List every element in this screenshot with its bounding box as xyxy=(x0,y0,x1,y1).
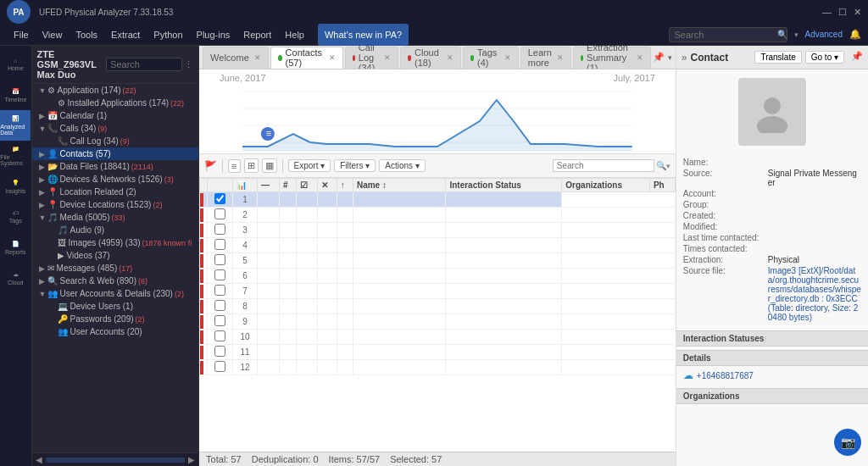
tree-toggle[interactable]: ▼ xyxy=(39,86,47,95)
sidebar-item-reports[interactable]: 📄 Reports xyxy=(0,232,31,263)
tree-item-calls(34)[interactable]: ▼ 📞 Calls (34) (9) xyxy=(32,122,199,135)
tree-toggle[interactable]: ▼ xyxy=(39,214,47,222)
tab-calllog[interactable]: Call Log (34)✕ xyxy=(345,47,398,69)
row-checkbox-2[interactable] xyxy=(208,208,233,223)
field-value-9[interactable]: Image3 [ExtX]/Root/data/org.thoughtcrime… xyxy=(768,266,861,322)
col-header-11[interactable]: Ph xyxy=(649,179,675,192)
row-checkbox-12[interactable] xyxy=(208,360,233,375)
col-header-9[interactable]: Interaction Status xyxy=(446,179,562,192)
view-icon-2[interactable]: ⊞ xyxy=(244,158,259,173)
tree-item-useraccounts&de[interactable]: ▼ 👥 User Accounts & Details (230) (2) xyxy=(32,287,199,300)
table-row[interactable]: 3 xyxy=(200,223,676,238)
menu-help[interactable]: Help xyxy=(278,24,311,46)
table-row[interactable]: 7 xyxy=(200,284,676,299)
tab-close-calllog[interactable]: ✕ xyxy=(384,53,391,62)
tree-toggle[interactable]: ▶ xyxy=(39,277,47,286)
tab-learnmore[interactable]: Learn more✕ xyxy=(520,47,571,69)
tree-toggle[interactable]: ▶ xyxy=(39,163,47,171)
maximize-btn[interactable]: ☐ xyxy=(838,7,847,18)
col-header-8[interactable]: Name ↕ xyxy=(353,179,446,192)
camera-fab-button[interactable]: 📷 xyxy=(834,429,861,456)
menu-view[interactable]: View xyxy=(36,24,70,46)
actions-button[interactable]: Actions ▾ xyxy=(379,159,426,172)
tree-item-search&web(890)[interactable]: ▶ 🔍 Search & Web (890) (6) xyxy=(32,275,199,287)
table-row[interactable]: 8 xyxy=(200,299,676,314)
tree-item-calllog(34)[interactable]: 📞 Call Log (34) (9) xyxy=(32,135,199,147)
table-row[interactable]: 4 xyxy=(200,238,676,253)
tree-scroll-left[interactable]: ◀ xyxy=(36,455,42,464)
table-row[interactable]: 6 xyxy=(200,269,676,284)
advanced-link[interactable]: Advanced xyxy=(805,30,843,39)
tab-contacts[interactable]: Contacts (57)✕ xyxy=(270,47,343,69)
row-checkbox-5[interactable] xyxy=(208,253,233,269)
tree-toggle[interactable]: ▶ xyxy=(39,188,47,197)
menu-tools[interactable]: Tools xyxy=(69,24,104,46)
sidebar-item-filesystems[interactable]: 📁 File Systems xyxy=(0,141,31,171)
tree-item-locationrelated[interactable]: ▶ 📍 Location Related (2) xyxy=(32,186,199,198)
tree-search-input[interactable] xyxy=(106,58,182,71)
tree-item-contacts(57)[interactable]: ▶ 👤 Contacts (57) xyxy=(32,147,199,160)
filters-button[interactable]: Filters ▾ xyxy=(334,159,376,172)
table-row[interactable]: 1 xyxy=(200,192,676,208)
view-icon-3[interactable]: ▦ xyxy=(262,158,277,173)
sidebar-item-tags[interactable]: 🏷 Tags xyxy=(0,202,31,232)
tab-close-welcome[interactable]: ✕ xyxy=(254,53,261,62)
row-checkbox-3[interactable] xyxy=(208,223,233,238)
tree-item-devices&network[interactable]: ▶ 🌐 Devices & Networks (1526) (3) xyxy=(32,173,199,186)
tab-extraction[interactable]: Extraction Summary (1)✕ xyxy=(573,47,651,69)
tree-item-installedapplic[interactable]: ⚙ Installed Applications (174) (22) xyxy=(32,97,199,109)
col-header-5[interactable]: ☑ xyxy=(296,179,317,192)
pin-icon[interactable]: 📌 xyxy=(851,51,863,64)
table-container[interactable]: 📊—#☑✕↑Name ↕Interaction StatusOrganizati… xyxy=(199,178,676,452)
tab-close-contacts[interactable]: ✕ xyxy=(329,53,336,62)
row-checkbox-10[interactable] xyxy=(208,330,233,345)
goto-button[interactable]: Go to ▾ xyxy=(805,51,844,64)
col-header-3[interactable]: — xyxy=(257,179,279,192)
tab-close-tags[interactable]: ✕ xyxy=(504,53,511,62)
row-checkbox-6[interactable] xyxy=(208,269,233,284)
tree-item-passwords(209)[interactable]: 🔑 Passwords (209) (2) xyxy=(32,313,199,325)
tree-toggle[interactable]: ▶ xyxy=(39,150,47,158)
col-header-10[interactable]: Organizations xyxy=(562,179,650,192)
tree-item-audio(9)[interactable]: 🎵 Audio (9) xyxy=(32,224,199,236)
tree-item-application(174[interactable]: ▼ ⚙ Application (174) (22) xyxy=(32,84,199,97)
tree-toggle[interactable]: ▶ xyxy=(39,175,47,184)
view-icon-1[interactable]: ≡ xyxy=(228,159,240,173)
table-row[interactable]: 9 xyxy=(200,314,676,330)
tree-toggle[interactable]: ▶ xyxy=(39,201,47,209)
row-checkbox-1[interactable] xyxy=(208,192,233,208)
sidebar-item-insights[interactable]: 💡 Insights xyxy=(0,171,31,202)
export-button[interactable]: Export ▾ xyxy=(288,159,331,172)
row-checkbox-7[interactable] xyxy=(208,284,233,299)
panel-expand-icon[interactable]: » xyxy=(682,52,687,64)
tree-item-images(4959)(33[interactable]: 🖼 Images (4959) (33) (1876 known fi xyxy=(32,236,199,249)
row-checkbox-4[interactable] xyxy=(208,238,233,253)
tab-tags[interactable]: Tags (4)✕ xyxy=(463,47,519,69)
col-header-0[interactable] xyxy=(200,179,208,192)
menu-extract[interactable]: Extract xyxy=(104,24,147,46)
menu-python[interactable]: Python xyxy=(147,24,189,46)
tree-toggle[interactable]: ▶ xyxy=(39,112,47,120)
whats-new-button[interactable]: What's new in PA? xyxy=(318,24,409,46)
tree-item-datafiles(18841[interactable]: ▶ 📂 Data Files (18841) (2114) xyxy=(32,160,199,173)
menu-report[interactable]: Report xyxy=(236,24,278,46)
table-search-input[interactable] xyxy=(553,159,654,172)
table-row[interactable]: 5 xyxy=(200,253,676,269)
col-header-4[interactable]: # xyxy=(279,179,296,192)
sidebar-item-analyzed[interactable]: 📊 Analyzed Data xyxy=(0,110,31,141)
col-header-1[interactable] xyxy=(208,179,233,192)
sidebar-item-home[interactable]: ⌂ Home xyxy=(0,49,31,80)
tree-scroll-right[interactable]: ▶ xyxy=(188,455,195,464)
sidebar-item-timeline[interactable]: 📅 Timeline xyxy=(0,80,31,110)
tab-cloud[interactable]: Cloud (18)✕ xyxy=(400,47,461,69)
tab-chevron-icon[interactable]: ▾ xyxy=(668,53,672,62)
sidebar-item-cloud[interactable]: ☁ Cloud xyxy=(0,263,31,293)
row-checkbox-9[interactable] xyxy=(208,314,233,330)
tab-welcome[interactable]: Welcome✕ xyxy=(203,47,269,69)
table-row[interactable]: 12 xyxy=(200,360,676,375)
tree-toggle[interactable]: ▼ xyxy=(39,290,47,298)
tree-item-useraccounts(20[interactable]: 👥 User Accounts (20) xyxy=(32,325,199,338)
menu-file[interactable]: File xyxy=(7,24,36,46)
table-row[interactable]: 11 xyxy=(200,345,676,360)
row-checkbox-8[interactable] xyxy=(208,299,233,314)
